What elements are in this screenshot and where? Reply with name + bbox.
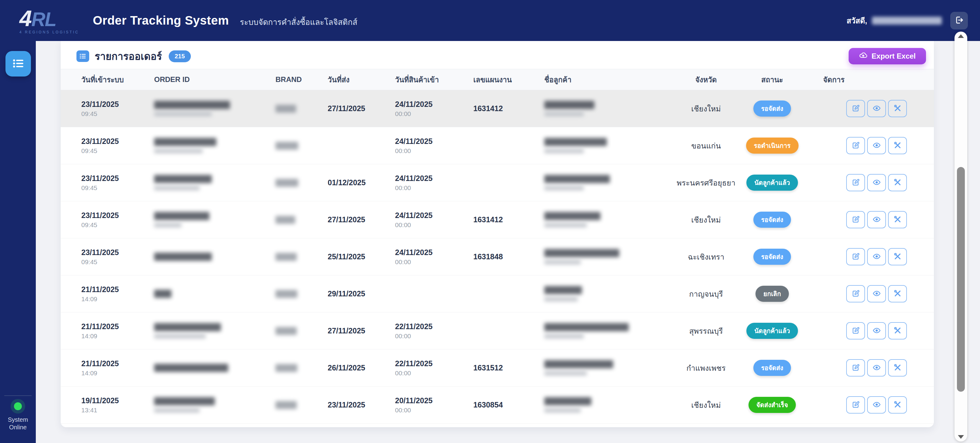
- plan-number-cell: 1631412: [473, 104, 544, 113]
- status-cell: ยกเลิก: [740, 286, 804, 302]
- table-row: 23/11/2025 09:45 01/12/2025 24/11/2025 0…: [61, 164, 934, 201]
- tools-button[interactable]: [888, 248, 907, 265]
- scrollbar-thumb[interactable]: [957, 167, 965, 392]
- plan-number-cell: 1630854: [473, 400, 544, 409]
- order-count-badge: 215: [169, 50, 191, 62]
- edit-button[interactable]: [846, 322, 865, 339]
- brand-cell: [275, 290, 328, 298]
- actions-cell: [804, 174, 922, 191]
- order-id-redacted: [154, 101, 230, 109]
- brand-redacted: [275, 364, 298, 372]
- view-button[interactable]: [867, 396, 886, 414]
- panel-title: รายการออเดอร์: [95, 48, 162, 64]
- eye-icon: [873, 141, 881, 150]
- edit-pencil-icon: [852, 215, 860, 225]
- edit-button[interactable]: [846, 396, 865, 414]
- order-id-redacted: [154, 175, 212, 183]
- view-button[interactable]: [867, 359, 886, 376]
- arrive-date-cell: 20/11/2025 00:00: [395, 396, 473, 414]
- edit-pencil-icon: [852, 400, 860, 410]
- actions-cell: [804, 285, 922, 303]
- tools-button[interactable]: [888, 322, 907, 339]
- greeting-text: สวัสดี,: [846, 14, 867, 27]
- tools-button[interactable]: [888, 137, 907, 154]
- actions-cell: [804, 137, 922, 154]
- vertical-scrollbar[interactable]: [955, 32, 967, 441]
- edit-button[interactable]: [846, 285, 865, 303]
- ship-date-cell: 29/11/2025: [328, 289, 395, 298]
- entry-date-cell: 19/11/2025 13:41: [81, 396, 154, 414]
- arrive-date-cell: 22/11/2025 00:00: [395, 322, 473, 340]
- tools-button[interactable]: [888, 174, 907, 191]
- province-cell: พระนครศรีอยุธยา: [672, 177, 740, 189]
- scroll-down-arrow-icon[interactable]: [958, 435, 964, 439]
- customer-phone-redacted: [544, 223, 587, 228]
- tools-wrench-icon: [894, 400, 902, 410]
- table-body: 23/11/2025 09:45 27/11/2025 24/11/2025 0…: [61, 90, 934, 424]
- edit-button[interactable]: [846, 359, 865, 376]
- order-id-redacted: [154, 323, 221, 331]
- order-id-redacted: [154, 364, 228, 372]
- top-bar: 4RL 4 REGIONS LOGISTIC Order Tracking Sy…: [0, 0, 980, 41]
- tools-button[interactable]: [888, 359, 907, 376]
- view-button[interactable]: [867, 248, 886, 265]
- order-id-redacted-line2: [154, 186, 200, 190]
- edit-button[interactable]: [846, 174, 865, 191]
- order-id-cell: [154, 212, 275, 228]
- tools-button[interactable]: [888, 100, 907, 117]
- list-menu-icon: [11, 57, 25, 71]
- order-id-redacted-line2: [154, 112, 212, 116]
- customer-phone-redacted: [544, 334, 584, 339]
- tools-wrench-icon: [894, 327, 902, 336]
- logout-button[interactable]: [950, 12, 968, 29]
- export-excel-button[interactable]: Export Excel: [849, 48, 926, 64]
- tools-button[interactable]: [888, 211, 907, 228]
- customer-cell: [544, 286, 672, 301]
- status-cell: รอจัดส่ง: [740, 249, 804, 265]
- page-title: Order Tracking System: [93, 14, 229, 27]
- status-badge: นัดลูกค้าแล้ว: [746, 175, 798, 191]
- order-id-redacted-line2: [154, 149, 203, 153]
- order-id-redacted: [154, 253, 212, 261]
- view-button[interactable]: [867, 322, 886, 339]
- column-header-ship-date: วันที่ส่ง: [328, 74, 395, 86]
- view-button[interactable]: [867, 174, 886, 191]
- edit-pencil-icon: [852, 141, 860, 150]
- arrive-date-cell: 24/11/2025 00:00: [395, 100, 473, 118]
- status-badge: รอจัดส่ง: [753, 249, 791, 265]
- actions-cell: [804, 322, 922, 339]
- brand-redacted: [275, 290, 298, 298]
- entry-date-cell: 21/11/2025 14:09: [81, 285, 154, 303]
- scroll-up-arrow-icon[interactable]: [958, 34, 964, 38]
- view-button[interactable]: [867, 100, 886, 117]
- ship-date-cell: 01/12/2025: [328, 178, 395, 187]
- tools-wrench-icon: [894, 141, 902, 150]
- tools-button[interactable]: [888, 396, 907, 414]
- status-cell: จัดส่งสำเร็จ: [740, 397, 804, 413]
- tools-wrench-icon: [894, 215, 902, 225]
- column-header-plan-number: เลขแผนงาน: [473, 74, 544, 86]
- ship-date-cell: 26/11/2025: [328, 363, 395, 372]
- view-button[interactable]: [867, 285, 886, 303]
- customer-cell: [544, 360, 672, 376]
- sidebar-menu-button[interactable]: [5, 51, 31, 76]
- column-header-entry-date: วันที่เข้าระบบ: [81, 74, 154, 86]
- brand-redacted: [275, 179, 298, 187]
- customer-phone-redacted: [544, 371, 587, 376]
- edit-button[interactable]: [846, 100, 865, 117]
- table-row: 21/11/2025 14:09 27/11/2025 22/11/2025 0…: [61, 312, 934, 349]
- actions-cell: [804, 100, 922, 117]
- edit-pencil-icon: [852, 363, 860, 373]
- edit-button[interactable]: [846, 211, 865, 228]
- entry-date-cell: 21/11/2025 14:09: [81, 359, 154, 377]
- tools-wrench-icon: [894, 252, 902, 261]
- view-button[interactable]: [867, 137, 886, 154]
- view-button[interactable]: [867, 211, 886, 228]
- edit-button[interactable]: [846, 248, 865, 265]
- table-row: 21/11/2025 14:09 26/11/2025 22/11/2025 0…: [61, 349, 934, 387]
- table-row: 23/11/2025 09:45 27/11/2025 24/11/2025 0…: [61, 90, 934, 127]
- eye-icon: [873, 178, 881, 187]
- order-list-icon: [76, 50, 89, 62]
- tools-button[interactable]: [888, 285, 907, 303]
- edit-button[interactable]: [846, 137, 865, 154]
